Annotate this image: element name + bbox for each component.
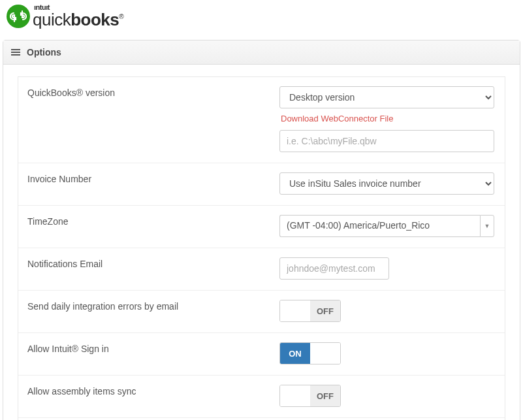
toggle-daily-errors[interactable]: OFF xyxy=(279,300,341,322)
row-timezone: TimeZone (GMT -04:00) America/Puerto_Ric… xyxy=(18,206,505,248)
panel-header: Options xyxy=(3,40,520,65)
timezone-value: (GMT -04:00) America/Puerto_Rico xyxy=(279,215,480,237)
options-panel: Options QuickBooks® version Desktop vers… xyxy=(3,40,520,420)
qb-logo-icon xyxy=(7,5,30,28)
label-version: QuickBooks® version xyxy=(18,86,279,152)
chevron-down-icon[interactable]: ▼ xyxy=(480,215,494,237)
label-intuit-signin: Allow Intuit® Sign in xyxy=(18,342,279,364)
menu-icon[interactable] xyxy=(11,49,20,56)
logo-quickbooks-text: quickbooks® xyxy=(33,11,123,28)
input-filepath[interactable] xyxy=(279,130,494,152)
label-assembly: Allow assembly items sync xyxy=(18,385,279,407)
panel-title: Options xyxy=(27,47,61,57)
quickbooks-logo: ıntuıt quickbooks® xyxy=(0,0,523,40)
label-timezone: TimeZone xyxy=(18,215,279,237)
label-invoice: Invoice Number xyxy=(18,172,279,195)
row-daily-errors: Send daily integration errors by email O… xyxy=(18,291,505,333)
select-timezone[interactable]: (GMT -04:00) America/Puerto_Rico ▼ xyxy=(279,215,494,237)
row-assembly: Allow assembly items sync OFF xyxy=(18,376,505,418)
toggle-intuit-signin[interactable]: ON xyxy=(279,342,341,364)
label-daily-errors: Send daily integration errors by email xyxy=(18,300,279,322)
select-invoice[interactable]: Use inSitu Sales invoice number xyxy=(279,172,494,195)
select-version[interactable]: Desktop version xyxy=(279,86,494,108)
row-notifications: Notifications Email xyxy=(18,248,505,291)
toggle-assembly[interactable]: OFF xyxy=(279,385,341,407)
label-notifications: Notifications Email xyxy=(18,257,279,280)
row-version: QuickBooks® version Desktop version Down… xyxy=(18,77,505,163)
link-download-webconnector[interactable]: Download WebConnector File xyxy=(281,114,393,123)
row-intuit-signin: Allow Intuit® Sign in ON xyxy=(18,333,505,376)
row-invoice: Invoice Number Use inSitu Sales invoice … xyxy=(18,163,505,206)
input-notifications-email[interactable] xyxy=(279,257,389,280)
